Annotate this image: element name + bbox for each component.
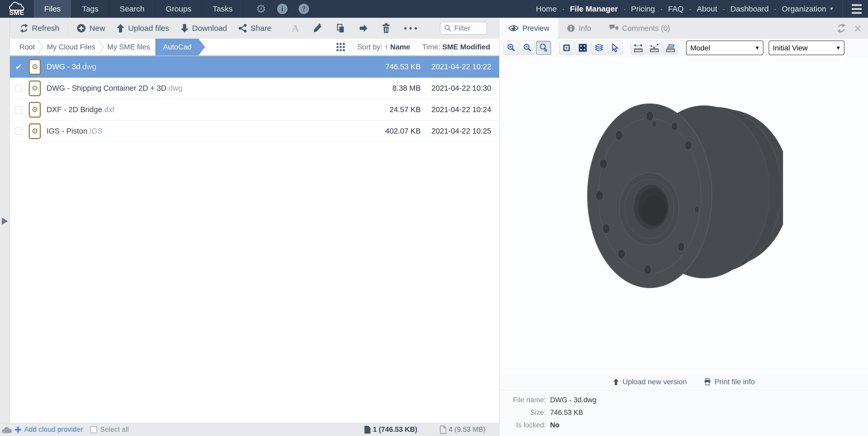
edit-pencil-button[interactable] xyxy=(313,24,322,33)
download-button[interactable]: Download xyxy=(180,24,227,33)
fit-view-button[interactable] xyxy=(575,41,590,55)
delete-button[interactable] xyxy=(382,23,391,33)
file-details: File name: DWG - 3d.dwg Size: 746.53 KB … xyxy=(499,390,868,436)
hamburger-menu-button[interactable] xyxy=(845,0,868,18)
breadcrumb-autocad-current[interactable]: AutoCad xyxy=(155,39,205,55)
nav-separator-dot: · xyxy=(689,4,691,13)
help-circle-icon[interactable]: ? xyxy=(299,4,309,14)
file-modified: 2021-04-22 10:24 xyxy=(421,105,499,114)
tab-preview[interactable]: Preview xyxy=(499,18,558,39)
view-select[interactable]: Initial View xyxy=(769,40,844,55)
chevron-down-icon: ▼ xyxy=(829,6,834,11)
layers-button[interactable] xyxy=(591,41,607,55)
measure-distance-button[interactable] xyxy=(630,41,646,55)
arrow-right-icon xyxy=(359,24,368,33)
refresh-button[interactable]: Refresh xyxy=(19,24,59,33)
detail-row-locked: Is locked: No xyxy=(499,420,868,430)
nav-tab-tags[interactable]: Tags xyxy=(71,0,109,18)
breadcrumb-my-sme-files[interactable]: My SME files xyxy=(104,43,152,51)
row-checkbox[interactable] xyxy=(15,106,22,114)
select-all-checkbox[interactable] xyxy=(90,426,97,433)
file-size: 24.57 KB xyxy=(355,105,421,114)
more-options-button[interactable] xyxy=(404,27,417,30)
tab-comments[interactable]: Comments (0) xyxy=(600,18,679,39)
add-cloud-provider-link[interactable]: Add cloud provider xyxy=(14,426,83,434)
model-space-select[interactable]: Model xyxy=(686,40,764,55)
print-file-info-button[interactable]: Print file info xyxy=(704,378,755,386)
preview-actions: Upload new version Print file info xyxy=(499,374,868,390)
nav-tab-groups[interactable]: Groups xyxy=(155,0,202,18)
cloud-provider-icon xyxy=(2,426,12,434)
upload-new-version-button[interactable]: Upload new version xyxy=(613,378,687,386)
select-arrow-button[interactable] xyxy=(608,41,623,55)
row-checkbox[interactable] xyxy=(15,128,22,135)
row-checkbox[interactable] xyxy=(15,85,22,92)
copy-button[interactable] xyxy=(336,24,345,33)
time-mode-control[interactable]: Time: SME Modified xyxy=(422,43,490,51)
nav-tab-files[interactable]: Files xyxy=(33,0,71,18)
share-button[interactable]: Share xyxy=(238,24,271,33)
breadcrumb-my-cloud-files[interactable]: My Cloud Files xyxy=(44,43,98,51)
detail-row-filename: File name: DWG - 3d.dwg xyxy=(499,395,868,405)
rename-font-button[interactable]: A xyxy=(292,23,299,34)
zoom-window-button[interactable] xyxy=(559,41,574,55)
upload-files-button[interactable]: Upload files xyxy=(116,24,169,33)
sort-ascending-icon: ↑ xyxy=(384,43,388,51)
sme-logo[interactable]: SME xyxy=(0,0,33,18)
panel-refresh-icon[interactable] xyxy=(836,23,846,33)
new-button[interactable]: New xyxy=(76,23,105,33)
file-modified: 2021-04-22 10:22 xyxy=(421,62,499,71)
primary-nav: Files Tags Search Groups Tasks xyxy=(33,0,243,18)
info-circle-icon[interactable]: i xyxy=(277,4,287,14)
grid-view-icon[interactable] xyxy=(336,42,345,52)
sort-by-control[interactable]: Sort by: ↑ Name xyxy=(357,43,410,51)
close-panel-icon[interactable]: × xyxy=(854,22,861,34)
nav-tab-tasks[interactable]: Tasks xyxy=(202,0,243,18)
total-files-summary: 4 (9.53 MB) xyxy=(440,426,486,434)
refresh-icon xyxy=(19,24,29,33)
select-all-control[interactable]: Select all xyxy=(90,426,129,434)
toolbar-divider xyxy=(68,22,68,34)
file-size: 402.07 KB xyxy=(355,127,421,135)
model-3d-preview[interactable] xyxy=(499,57,868,374)
nav-separator-dot: · xyxy=(722,4,725,13)
filter-input[interactable] xyxy=(454,24,483,32)
nav-link-home[interactable]: Home xyxy=(536,4,557,13)
cad-file-icon: ⚙ xyxy=(29,102,41,118)
file-modified: 2021-04-22 10:25 xyxy=(421,127,499,135)
settings-gear-icon[interactable]: ⚙ xyxy=(256,3,266,14)
measure-angle-button[interactable] xyxy=(647,41,662,55)
zoom-extents-button[interactable] xyxy=(536,41,551,55)
status-bar: Add cloud provider Select all 1 (746.53 … xyxy=(0,423,499,436)
nav-divider xyxy=(843,0,843,18)
breadcrumb-root[interactable]: Root xyxy=(17,43,37,51)
upload-arrow-icon xyxy=(116,24,125,33)
file-manager-app: SME Files Tags Search Groups Tasks ⚙ i ?… xyxy=(0,0,868,436)
file-row-shipping-container[interactable]: ⚙ DWG - Shipping Container 2D + 3D.dwg 8… xyxy=(10,77,499,99)
nav-tab-search[interactable]: Search xyxy=(109,0,155,18)
cad-file-icon: ⚙ xyxy=(29,59,41,75)
collapsed-sidebar-strip: ▶ xyxy=(0,18,10,423)
tab-info[interactable]: Info xyxy=(558,18,600,39)
move-arrow-button[interactable] xyxy=(359,24,368,33)
nav-link-about[interactable]: About xyxy=(697,4,717,13)
nav-link-dashboard[interactable]: Dashboard xyxy=(730,4,769,13)
file-row-dwg-3d[interactable]: ✔ ⚙ DWG - 3d.dwg 746.53 KB 2021-04-22 10… xyxy=(10,56,499,77)
nav-link-organization[interactable]: Organization ▼ xyxy=(782,4,834,13)
measure-area-button[interactable] xyxy=(663,41,678,55)
expand-sidebar-button[interactable]: ▶ xyxy=(2,216,8,225)
file-row-2d-bridge[interactable]: ⚙ DXF - 2D Bridge.dxf 24.57 KB 2021-04-2… xyxy=(10,99,499,121)
nav-link-file-manager[interactable]: File Manager xyxy=(570,4,618,13)
preview-panel: Preview Info Comments (0) xyxy=(499,18,868,436)
copy-icon xyxy=(336,24,345,33)
download-arrow-icon xyxy=(180,24,189,33)
plus-icon xyxy=(14,426,22,433)
zoom-in-button[interactable] xyxy=(503,41,519,55)
zoom-out-button[interactable] xyxy=(520,41,535,55)
cad-model-render xyxy=(584,77,783,307)
selected-check-icon[interactable]: ✔ xyxy=(15,62,22,71)
file-modified: 2021-04-22 10:30 xyxy=(421,84,499,93)
nav-link-faq[interactable]: FAQ xyxy=(668,4,684,13)
nav-link-pricing[interactable]: Pricing xyxy=(631,4,655,13)
file-row-piston[interactable]: ⚙ IGS - Piston.IGS 402.07 KB 2021-04-22 … xyxy=(10,121,499,142)
